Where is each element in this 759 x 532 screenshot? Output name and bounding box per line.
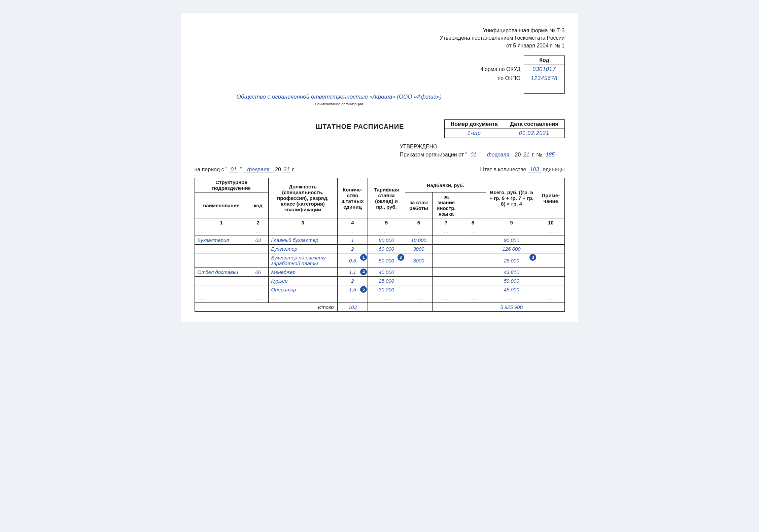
cell-total: 126 000 [486,245,537,253]
coln: 4 [337,218,368,227]
ellipsis-cell: … [248,227,268,236]
docdate-header: Дата составления [504,120,564,129]
ellipsis-cell: … [486,227,537,236]
staff-count: 103 [528,167,541,173]
ellipsis-cell: … [248,294,268,303]
cell-dept: Бухгалтерия [195,236,248,245]
col-allowances: Надбавки, руб. [405,178,486,192]
col-total: Всего, руб. ((гр. 5 + гр. 6 + гр. 7 + гр… [486,178,537,218]
staff-block: Штат в количестве 103 единицы [479,167,564,173]
totals-cell [405,303,433,312]
cell-total: 45 000 [486,285,537,294]
ellipsis-cell: … [268,227,337,236]
cell-rate: 30 000 [368,285,405,294]
ellipsis-cell: … [537,294,564,303]
cell-a3 [460,236,486,245]
cell-dept [195,285,248,294]
cell-code [248,253,268,268]
doc-title: ШТАТНОЕ РАСПИСАНИЕ [316,123,404,131]
code-header: Код [524,56,564,65]
cell-a1: 3000 [405,253,433,268]
period-block: на период с " 01 " февраля 20 21 г. [195,167,295,173]
header-line: Утверждена постановлением Госкомстата Ро… [195,34,565,42]
table-row: Бухгалтерия03Главный бухгалтер180 00010 … [195,236,564,245]
cell-dept: Отдел доставки [195,268,248,277]
org-sublabel: наименование организации [195,102,484,106]
ellipsis-cell: … [433,227,460,236]
coln: 9 [486,218,537,227]
cell-total: 90 000 [486,236,537,245]
cell-total: 28 0003 [486,253,537,268]
coln: 2 [248,218,268,227]
approval-order-no: 185 [544,151,557,159]
col-struct: Структурное подразделение [195,178,268,192]
org-name: Общество с ограниченной ответственностью… [195,94,484,101]
totals-row: Итого1035 925 900 [195,303,564,312]
ellipsis-row: ………………………… [195,294,564,303]
cell-rate: 25 000 [368,277,405,285]
cell-rate: 80 000 [368,236,405,245]
cell-code: 06 [248,268,268,277]
cell-units: 0,51 [337,253,368,268]
cell-code [248,277,268,285]
col-dept-name: наименование [195,192,248,218]
cell-rate: 60 000 [368,245,405,253]
cell-a1 [405,277,433,285]
cell-units: 1,55 [337,285,368,294]
totals-cell: 103 [337,303,368,312]
ellipsis-row: ………………………… [195,227,564,236]
totals-cell [460,303,486,312]
approval-day: 01 [469,151,478,159]
okpo-value: 12345678 [524,74,564,83]
table-body: …………………………Бухгалтерия03Главный бухгалтер… [195,227,564,312]
cell-a3 [460,253,486,268]
col-dept-code: код [248,192,268,218]
cell-a2 [433,285,460,294]
annotation-badge: 3 [529,254,536,261]
docdate: 01.02.2021 [504,129,564,138]
col-position: Должность (специальность, профессия), ра… [268,178,337,218]
annotation-badge: 4 [360,269,367,275]
table-row: Бухгалтер по расчету заработной платы0,5… [195,253,564,268]
coln: 5 [368,218,405,227]
ellipsis-cell: … [405,294,433,303]
cell-a2 [433,253,460,268]
code-table: Код Форма по ОКУД 0301017 по ОКПО 123456… [474,56,565,94]
cell-note [537,253,564,268]
code-empty [524,83,564,94]
cell-pos: Менеджер [268,268,337,277]
cell-a1 [405,285,433,294]
approval-title: УТВЕРЖДЕНО [400,143,565,151]
annotation-badge: 5 [360,286,367,293]
cell-a3 [460,268,486,277]
cell-units: 1 [337,236,368,245]
cell-total: 50 000 [486,277,537,285]
cell-a2 [433,245,460,253]
cell-pos: Бухгалтер по расчету заработной платы [268,253,337,268]
cell-dept [195,245,248,253]
cell-total: 43 810 [486,268,537,277]
cell-code [248,285,268,294]
cell-note [537,236,564,245]
okud-value: 0301017 [524,65,564,74]
coln: 6 [405,218,433,227]
docnum-header: Номер документа [444,120,504,129]
cell-pos: Курьер [268,277,337,285]
header-line: от 5 января 2004 г. № 1 [195,42,565,49]
ellipsis-cell: … [337,294,368,303]
totals-cell: 5 925 900 [486,303,537,312]
cell-note [537,268,564,277]
ellipsis-cell: … [460,227,486,236]
approval-block: УТВЕРЖДЕНО Приказом организации от " 01 … [195,143,565,159]
period-month: февраля [243,167,274,173]
approval-line: Приказом организации от " 01 " февраля 2… [400,151,565,159]
cell-a1: 10 000 [405,236,433,245]
cell-code [248,245,268,253]
cell-a3 [460,245,486,253]
cell-note [537,277,564,285]
ellipsis-cell: … [337,227,368,236]
ellipsis-cell: … [368,227,405,236]
period-row: на период с " 01 " февраля 20 21 г. Штат… [195,167,565,173]
table-row: Курьер225 00050 000 [195,277,564,285]
ellipsis-cell: … [268,294,337,303]
